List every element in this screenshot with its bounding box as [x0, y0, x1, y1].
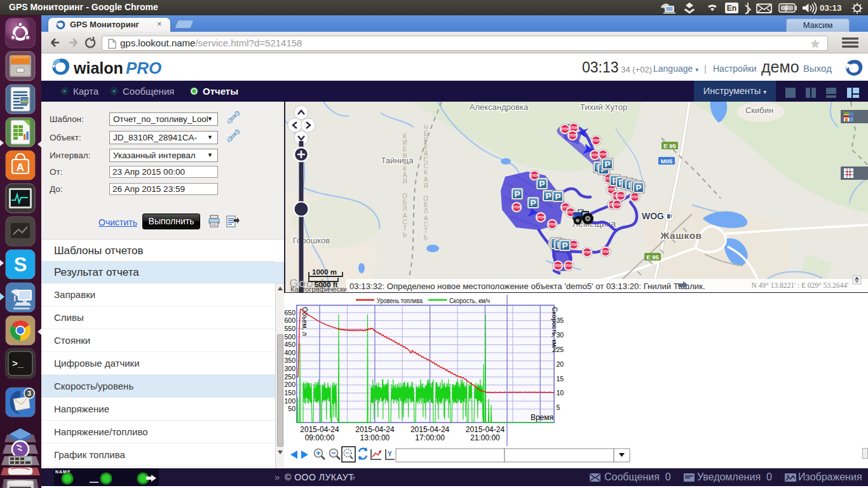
svg-text:2015-04-24: 2015-04-24	[355, 425, 395, 434]
svg-text:Y: Y	[388, 451, 392, 458]
svg-text:wialon: wialon	[73, 59, 123, 77]
svg-text:Александровка: Александровка	[470, 102, 529, 112]
svg-text:5: 5	[557, 403, 560, 411]
svg-text:15: 15	[557, 375, 564, 383]
svg-text:150: 150	[284, 389, 295, 396]
svg-text:Объем, л: Объем, л	[301, 307, 309, 336]
svg-text:300: 300	[284, 365, 295, 372]
svg-text:ОБЛАСТЬ: ОБЛАСТЬ	[402, 193, 407, 238]
svg-text:>_: >_	[12, 359, 24, 370]
svg-text:E 95: E 95	[646, 254, 659, 261]
svg-text:250: 250	[284, 373, 295, 381]
svg-text:Горошков: Горошков	[293, 236, 330, 245]
svg-text:Скорость, км/ч: Скорость, км/ч	[449, 297, 490, 304]
svg-text:2015-04-24: 2015-04-24	[410, 425, 450, 434]
svg-text:100: 100	[284, 397, 295, 405]
svg-text:450: 450	[284, 341, 295, 348]
svg-text:13:00:00: 13:00:00	[360, 433, 390, 442]
svg-text:ОБЛАСТЬ: ОБЛАСТЬ	[423, 195, 428, 241]
svg-text:Уровень топлива: Уровень топлива	[377, 297, 423, 304]
svg-text:En: En	[727, 4, 736, 13]
svg-text:Скибин: Скибин	[745, 105, 773, 115]
svg-text:Скорость, км/ч: Скорость, км/ч	[551, 307, 559, 352]
svg-text:КИЕВСКАЯ: КИЕВСКАЯ	[402, 133, 407, 185]
svg-text:2015-04-24: 2015-04-24	[300, 425, 339, 434]
svg-text:2015-04-24: 2015-04-24	[466, 425, 505, 434]
svg-text:E 95: E 95	[663, 142, 676, 149]
svg-text:650: 650	[284, 309, 295, 316]
svg-text:550: 550	[284, 325, 295, 332]
svg-text:A: A	[17, 161, 24, 173]
svg-text:Время: Время	[531, 413, 553, 422]
svg-text:600: 600	[284, 316, 295, 324]
svg-text:17:00:00: 17:00:00	[415, 433, 445, 442]
svg-text:09:00:00: 09:00:00	[305, 433, 335, 442]
svg-text:350: 350	[284, 356, 295, 364]
svg-text:Жашков: Жашков	[660, 230, 702, 241]
svg-text:20: 20	[557, 360, 564, 368]
svg-text:1000 m: 1000 m	[312, 268, 337, 276]
svg-text:10: 10	[557, 389, 564, 396]
svg-text:3: 3	[27, 390, 31, 397]
svg-text:PRO: PRO	[126, 58, 161, 78]
svg-text:03:13:32: Определено новое мес: 03:13:32: Определено новое местоположени…	[349, 281, 705, 291]
svg-text:M05: M05	[661, 158, 673, 165]
svg-text:21:00:00: 21:00:00	[470, 433, 500, 442]
svg-text:Тайница: Тайница	[381, 156, 414, 165]
svg-text:500: 500	[284, 333, 295, 341]
svg-text:ЧЕРКАССКАЯ: ЧЕРКАССКАЯ	[423, 124, 428, 189]
svg-text:N 49° 13.8221' : E 029° 53.264: N 49° 13.8221' : E 029° 53.2644'	[751, 281, 848, 289]
svg-text:400: 400	[284, 349, 295, 356]
svg-text:03:13: 03:13	[820, 3, 842, 13]
svg-text:200: 200	[284, 381, 295, 388]
svg-text:50: 50	[288, 405, 295, 412]
svg-text:WOG: WOG	[642, 211, 664, 221]
svg-text:Тихий Хутор: Тихий Хутор	[580, 102, 627, 112]
svg-text:S: S	[14, 254, 27, 276]
